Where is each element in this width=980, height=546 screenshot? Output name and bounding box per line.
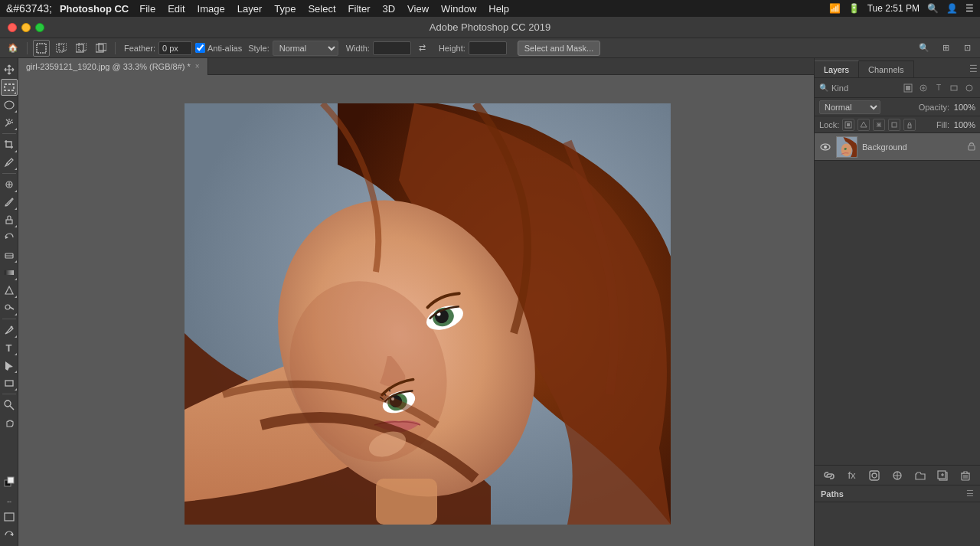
type-filter-icon[interactable]: T	[933, 82, 945, 94]
new-layer-icon	[937, 470, 948, 481]
menu-view[interactable]: View	[401, 0, 435, 17]
menu-3d[interactable]: 3D	[376, 0, 401, 17]
svg-point-38	[966, 85, 972, 91]
intersect-selection-icon[interactable]	[93, 40, 109, 57]
menu-type[interactable]: Type	[268, 0, 302, 17]
rotate-canvas[interactable]	[1, 526, 18, 543]
height-input[interactable]	[469, 41, 507, 55]
eraser-tool[interactable]	[1, 247, 18, 263]
swap-dimensions-icon[interactable]: ⇄	[414, 40, 431, 57]
antialias-check[interactable]	[195, 43, 205, 53]
blur-tool[interactable]	[1, 282, 18, 299]
gradient-tool[interactable]	[1, 264, 18, 281]
extra-panels-icon[interactable]: ⊡	[959, 40, 975, 57]
foreground-background-colors[interactable]	[1, 473, 18, 490]
document-tab[interactable]: girl-2359121_1920.jpg @ 33.3% (RGB/8#) *…	[18, 58, 208, 75]
healing-brush-tool[interactable]	[1, 176, 18, 193]
path-select-icon	[4, 360, 15, 371]
kind-filter-row: 🔍 Kind T	[815, 78, 980, 98]
brush-tool[interactable]	[1, 194, 18, 211]
arrange-panels-icon[interactable]: ⊞	[937, 40, 954, 57]
panel-menu-button[interactable]: ☰	[966, 60, 980, 77]
subtract-selection-icon[interactable]	[73, 40, 90, 57]
menu-filter[interactable]: Filter	[342, 0, 377, 17]
eyedropper-tool[interactable]	[1, 154, 18, 171]
menu-edit[interactable]: Edit	[162, 0, 191, 17]
antialias-checkbox[interactable]: Anti-alias	[195, 43, 242, 53]
more-tools[interactable]: ...	[1, 491, 18, 508]
layers-tab[interactable]: Layers	[815, 60, 859, 77]
eraser-icon	[4, 250, 15, 260]
history-brush-tool[interactable]	[1, 229, 18, 246]
maximize-button[interactable]	[35, 23, 44, 32]
quick-select-tool[interactable]	[1, 114, 18, 131]
menu-window[interactable]: Window	[435, 0, 482, 17]
lock-pixels-btn[interactable]	[842, 119, 854, 131]
layer-effects-btn[interactable]: fx	[844, 468, 860, 483]
close-document-button[interactable]: ×	[195, 62, 200, 70]
dodge-tool[interactable]	[1, 299, 18, 316]
clone-stamp-tool[interactable]	[1, 211, 18, 228]
close-button[interactable]	[8, 23, 17, 32]
ps-options-bar: 🏠 Feather: Anti-alias Style: Normal Fixe…	[0, 38, 980, 58]
lock-artboard-btn[interactable]	[888, 119, 900, 131]
screen-mode[interactable]	[1, 508, 18, 525]
paths-panel-menu-button[interactable]: ☰	[966, 489, 974, 499]
style-select[interactable]: Normal Fixed Ratio Fixed Size	[273, 41, 338, 56]
width-input[interactable]	[373, 41, 411, 55]
apple-menu[interactable]: &#63743;	[6, 2, 52, 15]
blend-mode-select[interactable]: Normal Multiply Screen Overlay	[819, 100, 880, 114]
lock-image-btn[interactable]	[858, 119, 870, 131]
lasso-icon	[4, 100, 15, 110]
home-button[interactable]: 🏠	[5, 40, 21, 57]
smart-filter-icon[interactable]	[963, 82, 975, 94]
add-to-selection-icon[interactable]	[53, 40, 70, 57]
shape-filter-icon[interactable]	[948, 82, 960, 94]
menu-select[interactable]: Select	[302, 0, 341, 17]
path-selection-tool[interactable]	[1, 357, 18, 374]
filter-icon: 🔍	[819, 83, 828, 92]
menu-file[interactable]: File	[133, 0, 162, 17]
svg-rect-7	[5, 84, 14, 90]
minimize-button[interactable]	[21, 23, 31, 32]
rectangular-marquee-tool[interactable]	[1, 79, 18, 96]
width-label: Width:	[346, 44, 370, 53]
search-button[interactable]: 🔍	[916, 40, 933, 57]
layer-thumbnail	[836, 136, 858, 158]
group-layers-btn[interactable]	[913, 468, 928, 483]
search-icon[interactable]: 🔍	[927, 3, 939, 14]
select-and-mask-button[interactable]: Select and Mask...	[518, 41, 601, 56]
layer-item[interactable]: Background	[815, 133, 980, 161]
menu-image[interactable]: Image	[191, 0, 231, 17]
photo-canvas[interactable]	[185, 103, 671, 525]
pen-tool[interactable]	[1, 322, 18, 338]
move-tool[interactable]	[1, 61, 18, 78]
style-label: Style:	[248, 44, 270, 53]
shape-tool[interactable]	[1, 374, 18, 391]
type-tool[interactable]: T	[1, 339, 18, 356]
delete-layer-btn[interactable]	[958, 468, 973, 483]
adjustment-filter-icon[interactable]	[917, 82, 929, 94]
magic-wand-icon	[4, 117, 15, 128]
add-mask-btn[interactable]	[867, 468, 882, 483]
menu-layer[interactable]: Layer	[231, 0, 269, 17]
zoom-tool[interactable]	[1, 397, 18, 414]
channels-tab[interactable]: Channels	[859, 60, 913, 77]
type-letter: T	[6, 342, 12, 354]
layer-visibility-toggle[interactable]	[819, 141, 831, 153]
hand-tool[interactable]	[1, 414, 18, 431]
menu-help[interactable]: Help	[482, 0, 515, 17]
pixel-filter-icon[interactable]	[902, 82, 914, 94]
ellipsis-icon: ...	[7, 495, 11, 504]
user-icon[interactable]: 👤	[946, 3, 958, 14]
rect-marquee-icon[interactable]	[33, 40, 50, 57]
lasso-tool[interactable]	[1, 96, 18, 113]
crop-tool[interactable]	[1, 136, 18, 153]
new-layer-btn[interactable]	[935, 468, 950, 483]
feather-input[interactable]	[158, 41, 192, 55]
link-layers-btn[interactable]	[822, 468, 837, 483]
menu-extra-icon[interactable]: ☰	[965, 3, 974, 14]
lock-position-btn[interactable]	[873, 119, 885, 131]
lock-all-btn[interactable]	[903, 119, 916, 131]
adjustment-layer-btn[interactable]	[890, 468, 905, 483]
